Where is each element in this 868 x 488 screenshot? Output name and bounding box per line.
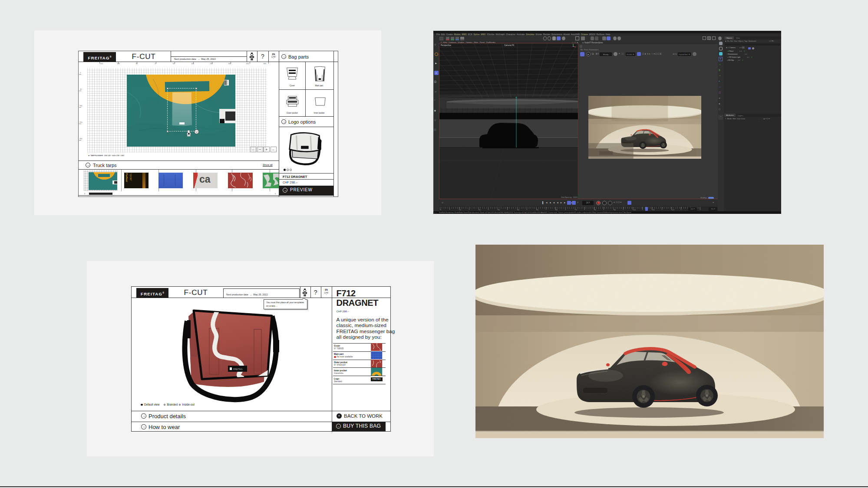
svg-text:Perspective: Perspective xyxy=(441,44,451,46)
svg-text:FREITAG: FREITAG xyxy=(233,368,242,370)
svg-text:Camera F6: Camera F6 xyxy=(504,44,514,46)
svg-text:Grid Spacing : 1000 cm: Grid Spacing : 1000 cm xyxy=(561,196,578,198)
